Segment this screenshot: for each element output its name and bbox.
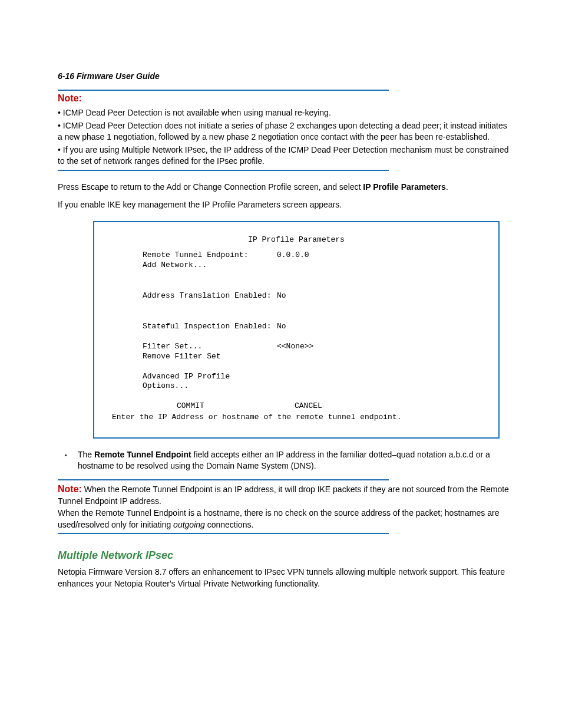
note-bullet-1: • ICMP Dead Peer Detection is not availa… — [58, 107, 510, 119]
section-heading: Multiple Network IPsec — [58, 548, 510, 563]
field-label: Address Translation Enabled: — [106, 291, 277, 301]
note-label: Note: — [58, 484, 82, 494]
field-value — [277, 372, 487, 391]
cancel-label: CANCEL — [295, 401, 322, 411]
field-label: Add Network... — [106, 261, 277, 270]
text: Press Escape to return to the Add or Cha… — [58, 182, 363, 192]
field-value: <<None>> — [277, 342, 487, 351]
text: When the Remote Tunnel Endpoint is an IP… — [58, 485, 509, 506]
bullet-dot-icon: • — [58, 449, 78, 473]
paragraph: If you enable IKE key management the IP … — [58, 199, 510, 211]
field-value: No — [277, 322, 487, 331]
text: When the Remote Tunnel Endpoint is a hos… — [58, 508, 499, 529]
text: The — [78, 450, 94, 459]
field-value: 0.0.0.0 — [277, 251, 487, 260]
terminal-row: Address Translation Enabled: No — [106, 291, 487, 301]
field-value — [277, 261, 487, 270]
field-label: Advanced IP Profile Options... — [106, 372, 277, 391]
divider — [58, 479, 389, 480]
body-text: Press Escape to return to the Add or Cha… — [58, 182, 510, 210]
terminal-row: Stateful Inspection Enabled: No — [106, 322, 487, 331]
terminal-screen: IP Profile Parameters Remote Tunnel Endp… — [93, 221, 500, 439]
terminal-row: Filter Set... <<None>> — [106, 342, 487, 351]
text-italic: outgoing — [173, 520, 205, 529]
divider — [58, 90, 389, 91]
paragraph: Press Escape to return to the Add or Cha… — [58, 182, 510, 193]
note-bullet-2: • ICMP Dead Peer Detection does not init… — [58, 120, 510, 143]
divider — [58, 170, 389, 171]
paragraph: Netopia Firmware Version 8.7 offers an e… — [58, 566, 510, 589]
page: 6-16 Firmware User Guide Note: • ICMP De… — [0, 0, 562, 728]
terminal-row: Remote Tunnel Endpoint: 0.0.0.0 — [106, 251, 487, 260]
terminal-row: Advanced IP Profile Options... — [106, 372, 487, 391]
terminal-footer: Enter the IP Address or hostname of the … — [106, 413, 487, 422]
field-value — [277, 352, 487, 361]
field-value: No — [277, 291, 487, 301]
divider — [58, 533, 389, 534]
terminal-actions: COMMIT CANCEL — [106, 401, 487, 411]
page-header: 6-16 Firmware User Guide — [58, 71, 510, 83]
bullet-item: • The Remote Tunnel Endpoint field accep… — [58, 449, 510, 473]
commit-label: COMMIT — [177, 401, 295, 411]
field-label: Filter Set... — [106, 342, 277, 351]
text-bold: Remote Tunnel Endpoint — [94, 450, 191, 459]
text: connections. — [205, 520, 254, 529]
text: When the Remote Tunnel Endpoint is a hos… — [58, 508, 510, 531]
terminal-row: Remove Filter Set — [106, 352, 487, 361]
terminal-row: Add Network... — [106, 261, 487, 270]
field-label: Remove Filter Set — [106, 352, 277, 361]
text-bold: IP Profile Parameters — [363, 182, 446, 192]
terminal-title: IP Profile Parameters — [106, 235, 487, 245]
note-block: Note: When the Remote Tunnel Endpoint is… — [58, 483, 510, 531]
note-body: • ICMP Dead Peer Detection is not availa… — [58, 107, 510, 167]
field-label: Remote Tunnel Endpoint: — [106, 251, 277, 260]
text: . — [446, 182, 448, 192]
field-label: Stateful Inspection Enabled: — [106, 322, 277, 331]
note-label: Note: — [58, 92, 510, 105]
note-bullet-3: • If you are using Multiple Network IPse… — [58, 144, 510, 167]
bullet-text: The Remote Tunnel Endpoint field accepts… — [78, 449, 510, 473]
